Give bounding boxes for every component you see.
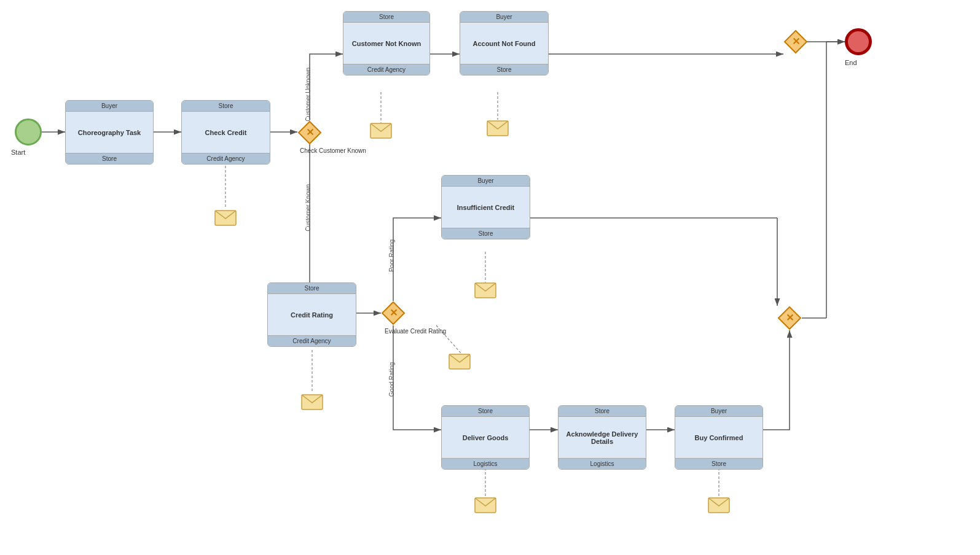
customer-not-known-body: Customer Not Known xyxy=(343,23,429,64)
envelope-check-credit xyxy=(214,210,237,226)
envelope-buy-confirmed xyxy=(708,497,730,513)
account-not-found-node: Buyer Account Not Found Store xyxy=(460,11,549,76)
insufficient-credit-body: Insufficient Credit xyxy=(442,187,530,228)
check-credit-body: Check Credit xyxy=(182,112,270,153)
poor-rating-label: Poor Rating xyxy=(388,239,395,272)
check-credit-footer: Credit Agency xyxy=(182,153,270,164)
deliver-goods-header: Store xyxy=(442,406,529,417)
acknowledge-delivery-header: Store xyxy=(559,406,646,417)
acknowledge-delivery-node: Store Acknowledge Delivery Details Logis… xyxy=(558,405,646,470)
customer-unknown-label: Customer Unknown xyxy=(305,68,312,122)
svg-text:✕: ✕ xyxy=(390,308,398,318)
credit-rating-node: Store Credit Rating Credit Agency xyxy=(267,282,356,347)
deliver-goods-node: Store Deliver Goods Logistics xyxy=(441,405,530,470)
insufficient-credit-header: Buyer xyxy=(442,176,530,187)
deliver-goods-body: Deliver Goods xyxy=(442,417,529,458)
acknowledge-delivery-footer: Logistics xyxy=(559,458,646,469)
buy-confirmed-node: Buyer Buy Confirmed Store xyxy=(675,405,763,470)
start-event xyxy=(15,118,42,146)
buy-confirmed-header: Buyer xyxy=(675,406,762,417)
merge1-gateway: ✕ xyxy=(783,29,808,54)
envelope-customer-not-known xyxy=(370,123,392,139)
credit-rating-header: Store xyxy=(268,283,356,294)
account-not-found-body: Account Not Found xyxy=(460,23,548,64)
customer-not-known-header: Store xyxy=(343,12,429,23)
account-not-found-footer: Store xyxy=(460,64,548,75)
customer-known-label: Customer Known xyxy=(305,184,312,231)
svg-text:✕: ✕ xyxy=(786,312,794,323)
check-customer-known-gateway: ✕ xyxy=(297,120,322,145)
good-rating-label: Good Rating xyxy=(388,362,395,397)
evaluate-credit-label: Evaluate Credit Rating xyxy=(385,328,446,335)
envelope-deliver-goods xyxy=(474,497,496,513)
deliver-goods-footer: Logistics xyxy=(442,458,529,469)
choreography-task-body: Choreography Task xyxy=(66,112,153,153)
buy-confirmed-body: Buy Confirmed xyxy=(675,417,762,458)
evaluate-credit-gateway: ✕ xyxy=(381,301,406,325)
credit-rating-body: Credit Rating xyxy=(268,294,356,335)
envelope-account-not-found xyxy=(487,120,509,136)
start-label: Start xyxy=(11,149,25,156)
customer-not-known-footer: Credit Agency xyxy=(343,64,429,75)
check-credit-header: Store xyxy=(182,101,270,112)
svg-text:✕: ✕ xyxy=(306,127,314,138)
svg-text:✕: ✕ xyxy=(792,36,800,47)
choreography-task-footer: Store xyxy=(66,153,153,164)
insufficient-credit-footer: Store xyxy=(442,228,530,239)
credit-rating-footer: Credit Agency xyxy=(268,335,356,346)
diagram-canvas: Start End Buyer Choreography Task Store … xyxy=(0,0,980,555)
end-event xyxy=(845,28,872,55)
choreography-task-node: Buyer Choreography Task Store xyxy=(65,100,154,165)
envelope-credit-rating xyxy=(301,394,323,410)
envelope-insufficient-credit xyxy=(474,282,496,298)
merge2-gateway: ✕ xyxy=(777,306,802,330)
check-credit-node: Store Check Credit Credit Agency xyxy=(181,100,270,165)
buy-confirmed-footer: Store xyxy=(675,458,762,469)
check-customer-known-label: Check Customer Known xyxy=(300,147,366,154)
customer-not-known-node: Store Customer Not Known Credit Agency xyxy=(343,11,430,76)
end-label: End xyxy=(845,59,857,66)
insufficient-credit-node: Buyer Insufficient Credit Store xyxy=(441,175,530,239)
account-not-found-header: Buyer xyxy=(460,12,548,23)
acknowledge-delivery-body: Acknowledge Delivery Details xyxy=(559,417,646,458)
envelope-evaluate-credit xyxy=(449,354,471,370)
choreography-task-header: Buyer xyxy=(66,101,153,112)
